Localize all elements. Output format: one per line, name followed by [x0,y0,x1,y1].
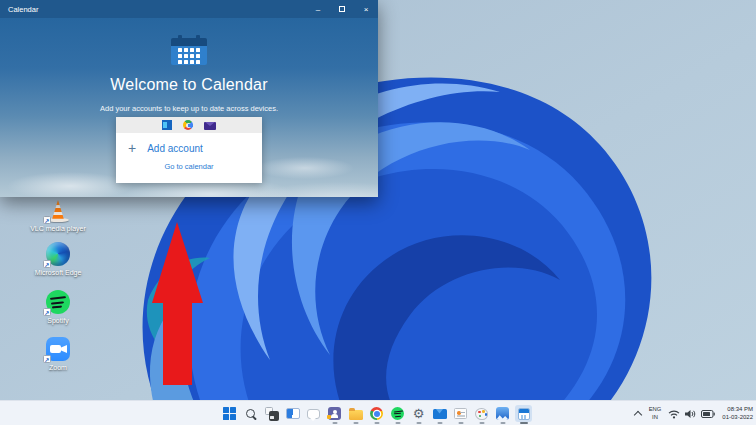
hidden-icons-chevron[interactable] [634,410,642,418]
vlc-icon: ↗ [45,197,71,223]
photos-icon [496,407,509,420]
file-explorer-button[interactable] [347,405,364,422]
maximize-icon [339,6,345,12]
tray-time: 08:34 PM [722,406,753,414]
outlook-icon [162,120,172,130]
spotify-icon: ↗ [45,289,71,315]
zoom-icon: ↗ [45,336,71,362]
task-view-button[interactable] [263,405,280,422]
add-account-button[interactable]: + Add account [116,133,262,154]
settings-button[interactable]: ⚙ [410,405,427,422]
desktop-icon-label: Zoom [49,364,67,372]
calendar-icon [518,408,530,420]
other-mail-icon [204,122,216,130]
spotify-button[interactable] [389,405,406,422]
wifi-icon [668,409,680,419]
language-indicator[interactable]: ENG IN [649,406,662,420]
windows-logo-icon [223,407,236,420]
add-account-label: Add account [147,143,203,154]
desktop-icon-zoom[interactable]: ↗ Zoom [21,336,95,372]
chat-button[interactable] [305,405,322,422]
photos-button[interactable] [494,405,511,422]
calendar-taskbar-button[interactable] [515,405,532,422]
window-title: Calendar [0,5,306,14]
paint-icon [475,408,488,420]
desktop-icon-label: Spotify [47,317,68,325]
teams-icon [328,407,341,420]
photo-viewer-button[interactable] [452,405,469,422]
photo-viewer-icon [454,408,467,419]
google-icon [183,120,193,130]
provider-icons-row [116,117,262,133]
widgets-icon [286,408,300,419]
search-button[interactable] [242,405,259,422]
desktop-icon-label: Microsoft Edge [35,269,82,277]
desktop-icon-label: VLC media player [30,225,86,233]
chrome-button[interactable] [368,405,385,422]
chat-icon [307,409,320,419]
taskbar-icon-group: ⚙ [221,401,532,425]
shortcut-arrow-icon: ↗ [43,216,51,224]
widgets-button[interactable] [284,405,301,422]
gear-icon: ⚙ [413,407,425,420]
spotify-icon [391,407,404,420]
welcome-heading: Welcome to Calendar [0,76,378,94]
battery-icon [701,410,715,418]
quick-settings[interactable] [668,409,715,419]
window-content: Welcome to Calendar Add your accounts to… [0,18,378,197]
start-button[interactable] [221,405,238,422]
plus-icon: + [128,142,136,154]
minimize-button[interactable]: – [306,0,330,18]
shortcut-arrow-icon: ↗ [43,355,51,363]
taskbar: ⚙ ENG IN [0,400,756,425]
volume-icon [685,409,696,419]
welcome-subtitle: Add your accounts to keep up to date acr… [0,104,378,113]
mail-button[interactable] [431,405,448,422]
search-icon [246,409,255,418]
tray-date: 01-03-2022 [722,414,753,422]
language-line1: ENG [649,406,662,413]
desktop-icon-edge[interactable]: ↗ Microsoft Edge [21,241,95,277]
shortcut-arrow-icon: ↗ [43,308,51,316]
paint-button[interactable] [473,405,490,422]
desktop-icon-vlc[interactable]: ↗ VLC media player [21,197,95,233]
calendar-app-icon [171,35,207,65]
window-titlebar[interactable]: Calendar – × [0,0,378,18]
maximize-button[interactable] [330,0,354,18]
language-line2: IN [649,414,662,421]
calendar-window: Calendar – × Welcome to Calendar Add you… [0,0,378,197]
task-view-icon [265,407,279,421]
teams-button[interactable] [326,405,343,422]
mail-icon [433,409,447,419]
desktop-screen: ↗ VLC media player ↗ Microsoft Edge ↗ Sp… [0,0,756,425]
system-tray: ENG IN [634,401,753,425]
shortcut-arrow-icon: ↗ [43,260,51,268]
go-to-calendar-link[interactable]: Go to calendar [116,162,262,171]
chrome-icon [370,407,383,420]
desktop-icon-spotify[interactable]: ↗ Spotify [21,289,95,325]
folder-icon [349,410,363,420]
close-button[interactable]: × [354,0,378,18]
account-panel: + Add account Go to calendar [116,117,262,183]
edge-icon: ↗ [45,241,71,267]
clock[interactable]: 08:34 PM 01-03-2022 [722,406,753,422]
